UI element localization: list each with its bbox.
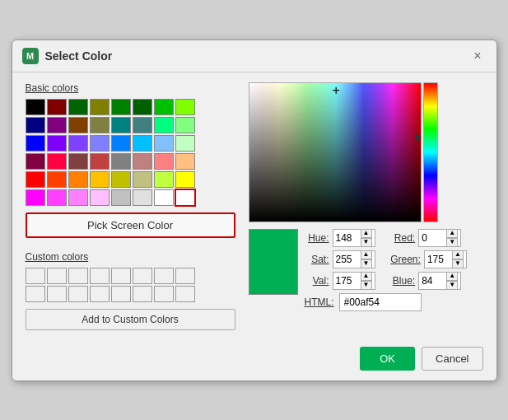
custom-color-cell[interactable] [26, 268, 45, 284]
blue-up[interactable]: ▲ [446, 272, 458, 281]
hue-bar[interactable] [423, 82, 438, 222]
basic-color-cell[interactable] [68, 99, 88, 115]
red-input[interactable]: 0 ▲ ▼ [418, 229, 461, 247]
basic-color-cell[interactable] [154, 135, 174, 152]
red-up[interactable]: ▲ [446, 229, 458, 238]
html-input[interactable] [339, 293, 422, 311]
blue-down[interactable]: ▼ [446, 281, 458, 290]
basic-color-cell[interactable] [111, 117, 131, 133]
html-row: HTML: [305, 293, 467, 311]
basic-color-cell[interactable] [90, 171, 110, 188]
basic-color-cell[interactable] [47, 99, 67, 115]
bottom-row: Hue: 148 ▲ ▼ Red: [249, 229, 483, 311]
custom-color-cell[interactable] [133, 286, 152, 302]
dialog-title: Select Color [45, 49, 113, 63]
basic-color-cell[interactable] [175, 189, 195, 206]
basic-color-cell[interactable] [47, 153, 67, 170]
custom-color-cell[interactable] [90, 286, 110, 302]
blue-input[interactable]: 84 ▲ ▼ [418, 272, 461, 290]
gradient-black-layer [249, 83, 421, 222]
custom-color-cell[interactable] [175, 268, 195, 284]
ok-button[interactable]: OK [360, 347, 415, 371]
basic-color-cell[interactable] [154, 189, 174, 206]
hue-down[interactable]: ▼ [361, 238, 372, 247]
sat-down[interactable]: ▼ [361, 259, 372, 268]
basic-color-cell[interactable] [90, 189, 110, 206]
basic-color-cell[interactable] [133, 153, 152, 170]
basic-color-cell[interactable] [68, 189, 88, 206]
basic-color-cell[interactable] [26, 117, 45, 133]
basic-color-cell[interactable] [133, 171, 152, 188]
custom-color-cell[interactable] [26, 286, 45, 302]
green-input[interactable]: 175 ▲ ▼ [424, 250, 467, 268]
basic-color-cell[interactable] [68, 135, 88, 152]
sat-up[interactable]: ▲ [361, 250, 372, 259]
val-down[interactable]: ▼ [361, 281, 372, 290]
basic-color-cell[interactable] [111, 135, 131, 152]
basic-color-cell[interactable] [47, 171, 67, 188]
val-input[interactable]: 175 ▲ ▼ [333, 272, 375, 290]
basic-color-cell[interactable] [68, 117, 88, 133]
basic-color-cell[interactable] [111, 153, 131, 170]
custom-color-cell[interactable] [154, 268, 174, 284]
basic-color-cell[interactable] [90, 99, 110, 115]
custom-color-cell[interactable] [68, 286, 88, 302]
add-custom-button[interactable]: Add to Custom Colors [26, 309, 235, 330]
basic-color-cell[interactable] [26, 189, 45, 206]
basic-color-cell[interactable] [111, 171, 131, 188]
basic-color-cell[interactable] [68, 171, 88, 188]
basic-color-cell[interactable] [26, 135, 45, 152]
basic-color-cell[interactable] [90, 117, 110, 133]
sat-input[interactable]: 255 ▲ ▼ [333, 250, 375, 268]
basic-color-cell[interactable] [154, 99, 174, 115]
val-up[interactable]: ▲ [361, 272, 372, 281]
red-down[interactable]: ▼ [446, 238, 458, 247]
custom-color-cell[interactable] [47, 268, 67, 284]
basic-color-cell[interactable] [154, 171, 174, 188]
close-button[interactable]: × [468, 47, 486, 65]
custom-colors-grid [26, 268, 235, 302]
basic-color-cell[interactable] [47, 189, 67, 206]
hue-up[interactable]: ▲ [361, 229, 372, 238]
custom-color-cell[interactable] [111, 268, 131, 284]
basic-color-cell[interactable] [47, 117, 67, 133]
basic-color-cell[interactable] [133, 99, 152, 115]
green-up[interactable]: ▲ [452, 250, 464, 259]
basic-color-cell[interactable] [133, 117, 152, 133]
fields-container: Hue: 148 ▲ ▼ Red: [305, 229, 467, 311]
green-down[interactable]: ▼ [452, 259, 464, 268]
basic-color-cell[interactable] [154, 153, 174, 170]
basic-color-cell[interactable] [175, 99, 195, 115]
basic-color-cell[interactable] [90, 135, 110, 152]
basic-color-cell[interactable] [175, 135, 195, 152]
pick-screen-button[interactable]: Pick Screen Color [26, 212, 235, 238]
val-label: Val: [305, 275, 329, 287]
basic-color-cell[interactable] [133, 135, 152, 152]
custom-color-cell[interactable] [68, 268, 88, 284]
basic-color-cell[interactable] [90, 153, 110, 170]
basic-color-cell[interactable] [47, 135, 67, 152]
cancel-button[interactable]: Cancel [422, 347, 482, 371]
basic-color-cell[interactable] [111, 189, 131, 206]
custom-color-cell[interactable] [47, 286, 67, 302]
basic-color-cell[interactable] [175, 117, 195, 133]
custom-color-cell[interactable] [154, 286, 174, 302]
basic-color-cell[interactable] [26, 171, 45, 188]
custom-color-cell[interactable] [90, 268, 110, 284]
red-value: 0 [422, 232, 427, 244]
basic-color-cell[interactable] [68, 153, 88, 170]
custom-color-cell[interactable] [111, 286, 131, 302]
hue-input[interactable]: 148 ▲ ▼ [333, 229, 375, 247]
green-spinners: ▲ ▼ [452, 250, 464, 268]
basic-color-cell[interactable] [111, 99, 131, 115]
basic-color-cell[interactable] [26, 99, 45, 115]
color-gradient[interactable] [249, 82, 422, 222]
custom-color-cell[interactable] [133, 268, 152, 284]
basic-color-cell[interactable] [26, 153, 45, 170]
basic-color-cell[interactable] [175, 153, 195, 170]
custom-color-cell[interactable] [175, 286, 195, 302]
basic-color-cell[interactable] [154, 117, 174, 133]
basic-color-cell[interactable] [175, 171, 195, 188]
basic-color-cell[interactable] [133, 189, 152, 206]
val-spinners: ▲ ▼ [361, 272, 372, 290]
